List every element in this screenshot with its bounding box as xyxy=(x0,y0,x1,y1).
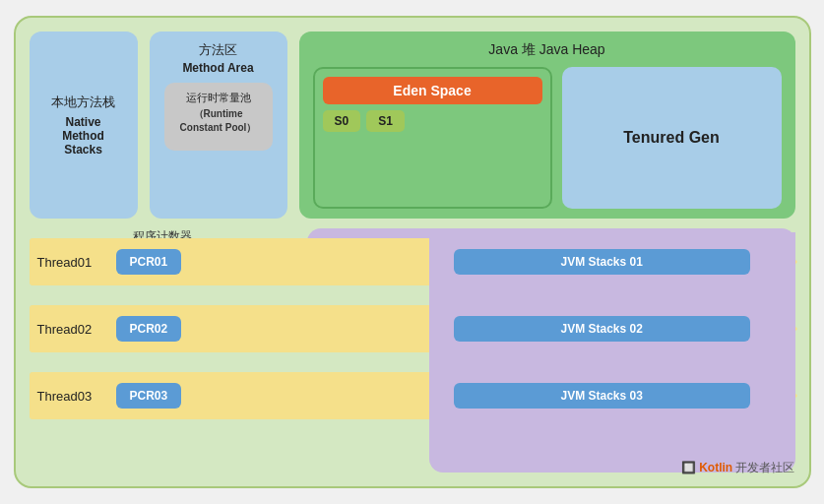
runtime-constant-pool-box: 运行时常量池 （Runtime Constant Pool） xyxy=(164,83,273,151)
jvm-stack-01-box: JVM Stacks 01 xyxy=(454,249,750,275)
thread-rows: Thread01 PCR01 JVM Stacks 01 Thread02 PC… xyxy=(30,232,795,429)
method-area-zh: 方法区 xyxy=(199,41,237,59)
s1-badge: S1 xyxy=(366,110,405,132)
s0-s1-row: S0 S1 xyxy=(323,110,542,132)
thread-03-label: Thread03 xyxy=(37,389,104,404)
pcr-02-box: PCR02 xyxy=(116,316,182,342)
row-content-03: Thread03 PCR03 JVM Stacks 03 xyxy=(30,383,795,409)
jvm-stack-03-box: JVM Stacks 03 xyxy=(454,383,750,409)
native-method-zh: 本地方法栈 xyxy=(51,94,115,111)
eden-space-label: Eden Space xyxy=(323,77,542,104)
pcr-01-box: PCR01 xyxy=(116,249,182,275)
row-content-02: Thread02 PCR02 JVM Stacks 02 xyxy=(30,316,795,342)
tenured-gen-box: Tenured Gen xyxy=(562,67,782,209)
pcr-03-box: PCR03 xyxy=(116,383,182,409)
heap-inner: Eden Space S0 S1 Tenured Gen xyxy=(313,67,782,209)
native-method-stacks-box: 本地方法栈 Native Method Stacks xyxy=(30,32,138,219)
thread-01-label: Thread01 xyxy=(37,255,104,270)
method-area-en: Method Area xyxy=(182,61,253,75)
young-gen-box: Eden Space S0 S1 xyxy=(313,67,552,209)
java-heap-title: Java 堆 Java Heap xyxy=(313,41,782,59)
jvm-stack-02-box: JVM Stacks 02 xyxy=(454,316,750,342)
top-section: 本地方法栈 Native Method Stacks 方法区 Method Ar… xyxy=(30,32,795,219)
thread-02-label: Thread02 xyxy=(37,322,104,337)
row-content-01: Thread01 PCR01 JVM Stacks 01 xyxy=(30,249,795,275)
java-heap-box: Java 堆 Java Heap Eden Space S0 S1 Tenure… xyxy=(299,32,795,219)
runtime-constant-zh: 运行时常量池 xyxy=(172,91,265,105)
main-diagram: 本地方法栈 Native Method Stacks 方法区 Method Ar… xyxy=(14,16,811,488)
method-area-box: 方法区 Method Area 运行时常量池 （Runtime Constant… xyxy=(150,32,287,219)
s0-badge: S0 xyxy=(323,110,361,132)
native-method-en: Native Method Stacks xyxy=(62,115,104,157)
runtime-constant-en: （Runtime Constant Pool） xyxy=(172,107,265,135)
watermark: 🔲 Kotlin 开发者社区 xyxy=(681,460,795,476)
